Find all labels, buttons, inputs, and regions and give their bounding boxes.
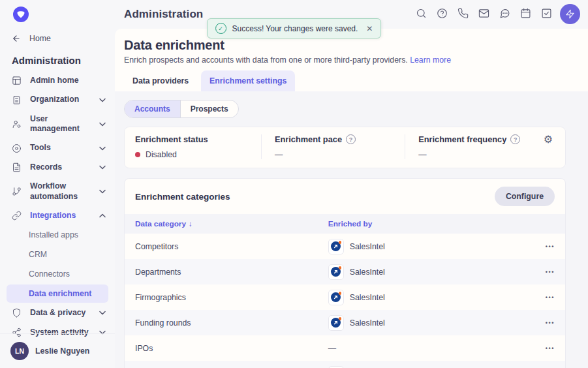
sidebar: Home Administration Admin homeOrganizati…	[0, 29, 115, 368]
gear-icon[interactable]: ⚙	[540, 134, 557, 146]
status-value-text: Disabled	[146, 150, 177, 159]
page-title: Data enrichment	[124, 38, 568, 52]
pace-label: Enrichment pace ?	[275, 134, 405, 144]
row-actions-button[interactable]: •••	[546, 343, 555, 354]
mail-icon	[478, 8, 489, 21]
column-header-enriched-by: Enriched by	[328, 219, 555, 228]
salesintel-logo-icon	[328, 315, 344, 331]
row-actions-button[interactable]: •••	[546, 266, 555, 278]
help-icon	[437, 8, 448, 21]
sidebar-item-label: Tools	[30, 143, 91, 153]
table-row: IPOs—•••	[125, 335, 565, 361]
toast-close-icon[interactable]: ✕	[364, 24, 373, 33]
topbar-phone-button[interactable]	[456, 6, 471, 23]
segment-accounts[interactable]: Accounts	[125, 100, 180, 117]
sidebar-item-workflow-automations[interactable]: Workflow automations	[0, 177, 115, 206]
topbar-mail-button[interactable]	[476, 6, 491, 23]
topbar-chat-button[interactable]	[497, 6, 512, 23]
organization-icon	[12, 95, 22, 105]
sidebar-section-title: Administration	[0, 47, 115, 71]
salesintel-logo-icon	[328, 264, 344, 280]
table-body: CompetitorsSalesIntel•••DepartmentsSales…	[125, 234, 565, 368]
provider-name: SalesIntel	[350, 242, 385, 251]
categories-header: Enrichment categories Configure	[125, 179, 565, 214]
sidebar-subitem-crm[interactable]: CRM	[0, 245, 115, 264]
sidebar-item-label: Workflow automations	[30, 181, 91, 202]
enriched-by-cell: SalesIntel	[328, 239, 546, 254]
sort-down-icon: ↓	[189, 219, 193, 228]
frequency-value: —	[418, 150, 548, 159]
user-menu[interactable]: LN Leslie Nguyen	[0, 333, 115, 368]
sidebar-item-label: Records	[30, 162, 91, 172]
topbar-actions	[414, 0, 554, 29]
sidebar-item-integrations[interactable]: Integrations	[0, 206, 115, 225]
sidebar-subitem-installed-apps[interactable]: Installed apps	[0, 225, 115, 245]
help-icon[interactable]: ?	[510, 134, 520, 144]
sidebar-item-data-privacy[interactable]: Data & privacy	[0, 303, 115, 322]
topbar-tasks-button[interactable]	[539, 6, 554, 23]
sidebar-item-admin-home[interactable]: Admin home	[0, 71, 115, 90]
enriched-by-cell: —	[328, 344, 546, 353]
sidebar-item-user-management[interactable]: User management	[0, 110, 115, 139]
row-actions-button[interactable]: •••	[546, 292, 555, 303]
pace-label-text: Enrichment pace	[275, 134, 342, 144]
data-privacy-icon	[12, 308, 22, 318]
pace-column: Enrichment pace ? —	[261, 134, 405, 159]
topbar-calendar-button[interactable]	[518, 6, 533, 23]
configure-button[interactable]: Configure	[495, 187, 555, 206]
help-icon[interactable]: ?	[346, 134, 356, 144]
salesintel-logo-icon	[328, 239, 344, 254]
topbar-search-button[interactable]	[414, 6, 429, 23]
quick-actions-button[interactable]	[560, 4, 580, 24]
status-value: Disabled	[135, 150, 261, 159]
success-toast: ✓ Success! Your changes were saved. ✕	[207, 18, 382, 38]
category-cell: IPOs	[135, 344, 328, 353]
sidebar-item-tools[interactable]: Tools	[0, 138, 115, 157]
table-row: CompetitorsSalesIntel•••	[125, 234, 565, 259]
sidebar-item-label: Integrations	[30, 211, 91, 221]
chevron-up-icon	[99, 213, 106, 218]
sidebar-item-organization[interactable]: Organization	[0, 90, 115, 109]
provider-name: SalesIntel	[350, 268, 385, 277]
user-name: Leslie Nguyen	[35, 346, 89, 356]
pace-value: —	[275, 150, 405, 159]
row-actions-button[interactable]: •••	[546, 317, 555, 329]
column-header-data-category[interactable]: Data category ↓	[135, 219, 328, 228]
chevron-down-icon	[99, 146, 106, 151]
table-row: Funding roundsSalesIntel•••	[125, 310, 565, 335]
records-icon	[12, 162, 22, 172]
subtitle-text: Enrich prospects and accounts with data …	[124, 55, 408, 65]
integrations-icon	[12, 211, 22, 221]
chevron-down-icon	[99, 98, 106, 102]
sidebar-subitem-data-enrichment[interactable]: Data enrichment	[7, 284, 108, 303]
row-actions-button[interactable]: •••	[546, 241, 555, 253]
sidebar-item-records[interactable]: Records	[0, 158, 115, 177]
search-icon	[416, 8, 427, 21]
tab-data-providers[interactable]: Data providers	[124, 70, 197, 91]
provider-name: SalesIntel	[350, 318, 385, 328]
table-row: FirmographicsSalesIntel•••	[125, 284, 565, 310]
category-cell: Funding rounds	[135, 318, 328, 328]
frequency-label-text: Enrichment frequency	[418, 134, 506, 144]
enriched-by-cell: SalesIntel	[328, 290, 546, 305]
outreach-logo-icon	[12, 5, 30, 23]
page-subtitle: Enrich prospects and accounts with data …	[124, 55, 568, 65]
learn-more-link[interactable]: Learn more	[410, 55, 451, 65]
tools-icon	[12, 144, 22, 153]
segment-prospects[interactable]: Prospects	[180, 100, 238, 117]
tasks-icon	[541, 8, 552, 21]
back-to-home[interactable]: Home	[0, 29, 115, 47]
chevron-down-icon	[99, 311, 106, 315]
sidebar-item-label: Organization	[30, 95, 91, 104]
sidebar-nav: Admin homeOrganizationUser managementToo…	[0, 71, 115, 342]
user-management-icon	[12, 119, 22, 129]
enriched-by-cell: SalesIntel	[328, 315, 546, 331]
salesintel-logo-icon	[328, 290, 344, 305]
topbar-help-button[interactable]	[435, 6, 450, 23]
tab-enrichment-settings[interactable]: Enrichment settings	[201, 70, 295, 91]
table-header: Data category ↓ Enriched by	[125, 214, 565, 234]
sidebar-subitem-connectors[interactable]: Connectors	[0, 264, 115, 284]
category-cell: Competitors	[135, 242, 328, 251]
category-cell: Departments	[135, 268, 328, 277]
toast-message: Success! Your changes were saved.	[232, 24, 358, 33]
